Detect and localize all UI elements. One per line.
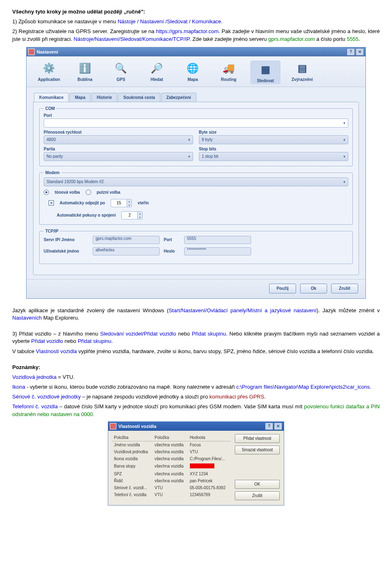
radio-tone[interactable] [44, 190, 49, 195]
toolbar-icon: 🔍 [113, 60, 129, 76]
toolbar-icon: 🌐 [185, 60, 200, 76]
label-server: Servr IP/ Jméno [44, 237, 89, 242]
toolbar-label: Hledat [151, 77, 163, 82]
vehicle-ok-button[interactable]: OK [235, 480, 280, 489]
tab-mapa[interactable]: Mapa [69, 93, 91, 102]
app-icon [28, 49, 35, 55]
input-server[interactable]: gprs.mapfactor.com [93, 236, 160, 244]
note-phone: Telefonní č. vozidla – datové číslo SIM … [12, 403, 380, 418]
table-row[interactable]: Sériové č. vozidl...VTU05-005-00175-8392 [112, 484, 231, 491]
vehicle-app-icon [110, 423, 116, 430]
label-password: Heslo [164, 249, 180, 253]
toolbar-gps[interactable]: 🔍GPS [107, 60, 135, 84]
vehicle-titlebar: Vlastnosti vozidla ? ✕ [108, 422, 284, 431]
tab-komunikace[interactable]: Komunikace [34, 93, 69, 102]
label-username: Uživatelské jméno [44, 249, 89, 253]
th-1: Položka [153, 434, 188, 441]
group-modem: Modem Standard 19200 bps Modem #2▾ tónov… [39, 170, 353, 225]
step3: 3) Přidat vozidlo – z hlavního menu Sled… [12, 330, 380, 345]
toolbar-label: Zvýraznění [292, 77, 313, 82]
vehicle-help-button[interactable]: ? [265, 423, 273, 430]
tab-historie[interactable]: Historie [91, 93, 117, 102]
label-autodisconnect: Automaticky odpojit po [60, 201, 105, 205]
legend-tcpip: TCP/IP [44, 229, 60, 233]
toolbar-label: Application [38, 77, 60, 82]
table-row[interactable]: Telefoní č. vozidlaVTU123456789 [112, 491, 231, 498]
toolbar-icon: 🚚 [221, 60, 236, 76]
toolbar-sledovat[interactable]: ▦Sledovat [250, 60, 281, 84]
ok-button[interactable]: Ok [300, 284, 327, 293]
intro-heading: Všechny tyto kroky je možno udělat pozdě… [12, 8, 380, 16]
stopbits-select[interactable]: 1 stop bit▾ [199, 152, 348, 161]
step3b: V tabulce Vlastnosti vozidla vyplňte jmé… [12, 348, 380, 355]
toolbar-icon: 🔎 [149, 60, 165, 76]
toolbar-mapa[interactable]: 🌐Mapa [178, 60, 207, 84]
dialog-footer: Použij Ok Zrušit [27, 279, 365, 298]
tab-soukromá cesta[interactable]: Soukromá cesta [118, 93, 160, 102]
step2: 2) Registrace uživatele na GPRS server. … [12, 28, 380, 43]
help-button[interactable]: ? [347, 48, 355, 56]
input-tcp-port[interactable]: 5555 [184, 236, 251, 244]
vehicle-close-button[interactable]: ✕ [274, 423, 282, 430]
group-com: COM Port ▾ Přenosová rychlost 4800▾ Byte… [39, 106, 353, 166]
checkbox-autodisconnect[interactable]: ✕ [49, 200, 54, 206]
vehicle-table: Položka Položka Hodnota Jméno vozidlavše… [112, 434, 231, 500]
toolbar-bublina[interactable]: ℹ️Bublina [71, 60, 99, 84]
legend-com: COM [44, 106, 56, 111]
sub-tabs: KomunikaceMapaHistorieSoukromá cestaZabe… [27, 87, 365, 102]
dialog-title: Nastavení [37, 49, 58, 54]
toolbar-label: Sledovat [257, 78, 274, 83]
legend-modem: Modem [44, 170, 61, 175]
spin-autodisconnect[interactable]: ▴▾ [111, 199, 132, 207]
tab-zabezpečení[interactable]: Zabezpečení [161, 93, 196, 102]
vehicle-dialog-title: Vlastnosti vozidla [118, 424, 156, 429]
table-row[interactable]: Ikona vozidlavšechna vozidlaC:/Program F… [112, 455, 231, 462]
table-row[interactable]: Jméno vozidlavšechna vozidlaFocus [112, 441, 231, 448]
label-unit-seconds: vteřin [138, 201, 149, 205]
toolbar-hledat[interactable]: 🔎Hledat [143, 60, 171, 84]
table-row[interactable]: Vozidlová jednotkavšechna vozidlaVTU [112, 448, 231, 455]
toolbar-label: GPS [116, 77, 125, 82]
bytesize-select[interactable]: 8 byty▾ [199, 135, 348, 144]
toolbar-application[interactable]: ⚙️Application [35, 60, 63, 84]
parity-select[interactable]: No parity▾ [44, 152, 193, 161]
cancel-button[interactable]: Zrušit [331, 284, 358, 293]
vehicle-cancel-button[interactable]: Zrušit [235, 491, 280, 500]
label-tcp-port: Port [164, 237, 180, 242]
settings-dialog: Nastavení ? ✕ ⚙️Applicationℹ️Bublina🔍GPS… [26, 47, 366, 299]
toolbar-label: Bublina [78, 77, 93, 82]
table-row[interactable]: SPZvšechna vozidlaXYZ 1234 [112, 470, 231, 477]
dialog-titlebar: Nastavení ? ✕ [27, 47, 365, 56]
step1: 1) Způsob komunikace se nastavuje v menu… [12, 18, 380, 25]
note-serial: Sériové č. vozidlové jednotky – je napsa… [12, 393, 380, 401]
lang-paragraph: Jazyk aplikace je standardně zvolený dle… [12, 307, 380, 322]
delete-property-button[interactable]: Smazat vlastnost [235, 445, 280, 454]
label-port: Port [44, 113, 348, 118]
toolbar-icon: ℹ️ [77, 60, 93, 76]
baud-select[interactable]: 4800▾ [44, 135, 193, 144]
label-parity: Parita [44, 147, 193, 151]
radio-pulse[interactable] [86, 190, 91, 195]
label-tone: tónová volba [55, 190, 80, 195]
input-username[interactable]: allvehicles [93, 247, 160, 255]
modem-device-select[interactable]: Standard 19200 bps Modem #2▾ [44, 177, 348, 186]
toolbar-zvýraznění[interactable]: ▤Zvýraznění [288, 60, 316, 84]
th-2: Hodnota [188, 434, 231, 441]
table-row[interactable]: Barva stopyvšechna vozidla [112, 462, 231, 470]
th-0: Položka [112, 434, 153, 441]
toolbar-label: Routing [221, 77, 236, 82]
close-button[interactable]: ✕ [356, 48, 364, 56]
apply-button[interactable]: Použij [269, 284, 296, 293]
table-row[interactable]: Řidičvšechna vozidlapan Petricek [112, 477, 231, 484]
label-bytesize: Byte size [199, 130, 348, 134]
toolbar-icon: ⚙️ [41, 60, 57, 76]
com-port-select[interactable]: ▾ [44, 119, 348, 128]
group-tcpip: TCP/IP Servr IP/ Jméno gprs.mapfactor.co… [39, 229, 353, 264]
toolbar-icon: ▤ [294, 60, 310, 76]
add-property-button[interactable]: Přidat vlastnost [235, 434, 280, 443]
spin-retry[interactable]: ▴▾ [121, 211, 143, 219]
toolbar-icon: ▦ [258, 62, 273, 77]
toolbar-routing[interactable]: 🚚Routing [214, 60, 243, 84]
input-password[interactable]: ************ [184, 247, 251, 255]
color-swatch [190, 463, 214, 468]
